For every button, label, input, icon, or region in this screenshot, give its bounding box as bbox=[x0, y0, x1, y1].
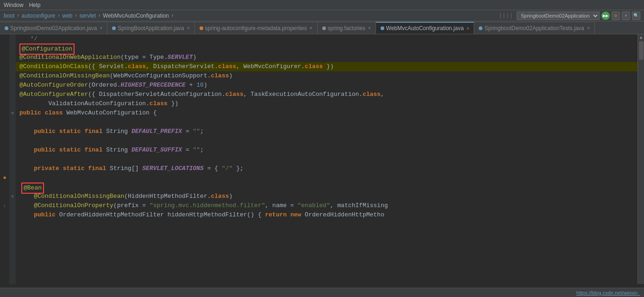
code-line-1: */ bbox=[16, 34, 638, 44]
menu-help[interactable]: Help bbox=[29, 2, 41, 8]
app-selector[interactable]: SpringbootDemo02Application bbox=[517, 12, 600, 20]
code-line-13: public static final String DEFAULT_SUFFI… bbox=[16, 145, 638, 155]
margin-icon-14 bbox=[0, 155, 9, 164]
margin-icon-17 bbox=[0, 183, 9, 192]
code-line-16 bbox=[16, 173, 638, 183]
editor-area: ● ↓ ▽ ▽ */ @Configurati bbox=[0, 34, 644, 284]
tab-close-icon[interactable]: × bbox=[100, 25, 102, 31]
margin-icon-9 bbox=[0, 108, 9, 118]
code-line-12 bbox=[16, 136, 638, 145]
code-line-20: public OrderedHiddenHttpMethodFilter hid… bbox=[16, 210, 638, 220]
tab-metadata-properties[interactable]: spring-autoconfigure-metadata.properties… bbox=[195, 22, 318, 34]
menu-bar: Window Help bbox=[0, 0, 644, 10]
tab-icon bbox=[381, 26, 384, 30]
code-editor[interactable]: */ @Configuration @ConditionalOnWebAppli… bbox=[16, 34, 638, 284]
margin-icon-16: ● bbox=[0, 173, 9, 183]
margin-icon-5 bbox=[0, 71, 9, 81]
code-line-4: @ConditionalOnClass({ Servlet.class, Dis… bbox=[16, 62, 638, 71]
tab-icon bbox=[5, 26, 8, 30]
tab-springbootdemo02application[interactable]: SpringbootDemo02Application.java × bbox=[0, 22, 107, 34]
margin-icon-11 bbox=[0, 127, 9, 136]
run-button[interactable]: ▶ bbox=[601, 12, 610, 20]
vertical-scrollbar[interactable]: ▲ bbox=[638, 34, 644, 284]
margin-icon-10 bbox=[0, 118, 9, 127]
bc-web[interactable]: web bbox=[63, 13, 73, 19]
tab-label: SpringBootApplication.java bbox=[118, 25, 184, 32]
search-button[interactable]: 🔍 bbox=[632, 12, 640, 20]
code-line-18: @ConditionalOnMissingBean(HiddenHttpMeth… bbox=[16, 192, 638, 201]
margin-icon-4 bbox=[0, 62, 9, 71]
scroll-thumb[interactable] bbox=[639, 41, 644, 60]
debug-button[interactable]: ⚙ bbox=[612, 12, 620, 20]
margin-icon-12 bbox=[0, 136, 9, 145]
code-line-17: @Bean bbox=[16, 183, 638, 192]
margin-icon-3 bbox=[0, 53, 9, 62]
code-line-3: @ConditionalOnWebApplication(type = Type… bbox=[16, 53, 638, 62]
margin-icon-19: ↓ bbox=[0, 201, 9, 210]
tab-close-icon[interactable]: × bbox=[187, 25, 190, 31]
tab-label: spring-autoconfigure-metadata.properties bbox=[205, 25, 307, 32]
status-bar: https://blog.csdn.net/weixin_ bbox=[0, 288, 644, 297]
tab-icon bbox=[479, 26, 482, 30]
code-line-11: public static final String DEFAULT_PREFI… bbox=[16, 127, 638, 136]
margin-icon-8 bbox=[0, 99, 9, 108]
tab-icon bbox=[322, 26, 326, 30]
code-line-14 bbox=[16, 155, 638, 164]
code-line-19: @ConditionalOnProperty(prefix = "spring.… bbox=[16, 201, 638, 210]
tab-label: spring.factories bbox=[328, 25, 365, 32]
margin-icon-7 bbox=[0, 90, 9, 99]
margin-icon-1 bbox=[0, 34, 9, 44]
tab-close-icon[interactable]: × bbox=[467, 26, 469, 31]
code-line-6: @AutoConfigureOrder(Ordered.HIGHEST_PREC… bbox=[16, 81, 638, 90]
menu-window[interactable]: Window bbox=[4, 2, 24, 8]
bc-boot[interactable]: boot bbox=[4, 13, 14, 19]
tab-springbootapplication[interactable]: SpringBootApplication.java × bbox=[107, 22, 194, 34]
tab-label: WebMvcAutoConfiguration.java bbox=[386, 25, 464, 32]
tab-close-icon[interactable]: × bbox=[310, 25, 313, 31]
code-line-5: @ConditionalOnMissingBean(WebMvcConfigur… bbox=[16, 71, 638, 81]
fold-area: ▽ ▽ bbox=[9, 34, 16, 284]
tab-icon bbox=[112, 26, 116, 30]
breadcrumb: boot › autoconfigure › web › servlet › W… bbox=[0, 10, 644, 21]
tab-spring-factories[interactable]: spring.factories × bbox=[318, 22, 376, 34]
tab-close-icon[interactable]: × bbox=[368, 25, 371, 31]
margin-icon-18 bbox=[0, 192, 9, 201]
tab-label: SpringbootDemo02ApplicationTests.java bbox=[484, 25, 584, 32]
code-line-9: public class WebMvcAutoConfiguration { bbox=[16, 108, 638, 118]
toolbar-separator: |||| bbox=[499, 12, 513, 19]
toolbar-right: |||| SpringbootDemo02Application ▶ ⚙ ⚡ 🔍 bbox=[499, 12, 640, 20]
code-line-15: private static final String[] SERVLET_LO… bbox=[16, 164, 638, 173]
tab-webmvcautoconfiguration[interactable]: WebMvcAutoConfiguration.java × bbox=[376, 22, 475, 34]
code-line-2: @Configuration bbox=[16, 44, 638, 53]
margin-icon-13 bbox=[0, 145, 9, 155]
tab-springbootdemo02tests[interactable]: SpringbootDemo02ApplicationTests.java × bbox=[474, 22, 594, 34]
margin-icon-20 bbox=[0, 210, 9, 220]
scroll-up-arrow[interactable]: ▲ bbox=[639, 35, 642, 40]
build-button[interactable]: ⚡ bbox=[622, 12, 630, 20]
bc-autoconfigure[interactable]: autoconfigure bbox=[22, 13, 56, 19]
bc-servlet[interactable]: servlet bbox=[80, 13, 96, 19]
tab-icon bbox=[200, 26, 203, 30]
left-margin: ● ↓ bbox=[0, 34, 9, 284]
margin-icon-2 bbox=[0, 44, 9, 53]
code-line-10 bbox=[16, 118, 638, 127]
tab-close-icon[interactable]: × bbox=[587, 25, 590, 31]
margin-icon-6 bbox=[0, 81, 9, 90]
code-line-7: @AutoConfigureAfter({ DispatcherServletA… bbox=[16, 90, 638, 99]
bc-class[interactable]: WebMvcAutoConfiguration bbox=[103, 13, 169, 19]
code-line-8: ValidationAutoConfiguration.class }) bbox=[16, 99, 638, 108]
tabs-bar: SpringbootDemo02Application.java × Sprin… bbox=[0, 21, 644, 34]
margin-icon-15 bbox=[0, 164, 9, 173]
tab-label: SpringbootDemo02Application.java bbox=[10, 25, 97, 32]
status-link[interactable]: https://blog.csdn.net/weixin_ bbox=[576, 290, 640, 296]
